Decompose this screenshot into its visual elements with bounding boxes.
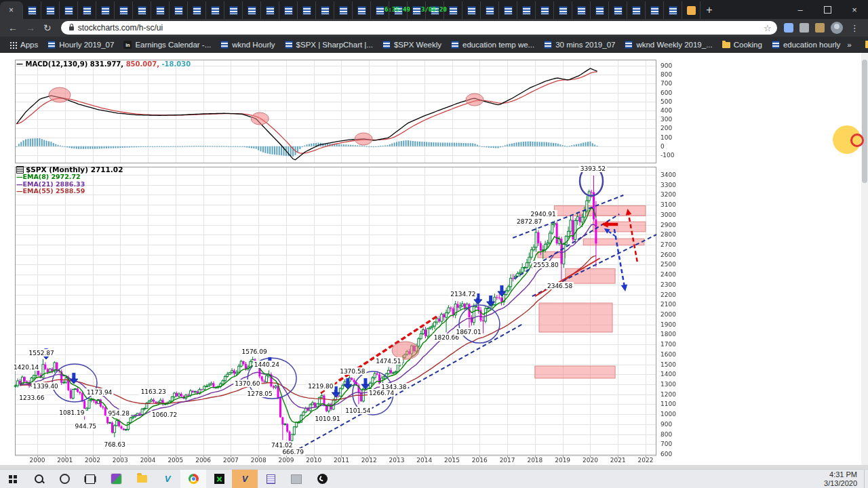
media-player-app[interactable] [103,470,129,488]
extension-icon-2[interactable] [800,23,809,33]
browser-tab[interactable] [60,1,78,19]
browser-tab[interactable] [96,1,115,19]
browser-menu-icon[interactable]: ⋮ [850,23,859,33]
browser-tab[interactable]: 3/08:20 [426,1,444,19]
stockcharts-favicon [577,6,586,15]
active-tab[interactable]: × [0,1,23,19]
new-tab-button[interactable]: + [701,1,718,19]
trading-app-teal[interactable]: V [155,470,180,488]
profile-avatar[interactable] [831,22,843,34]
browser-tab[interactable] [664,1,682,19]
vertical-scrollbar[interactable] [861,53,868,469]
obs-app[interactable] [309,470,335,488]
close-window-button[interactable]: × [841,0,868,19]
yellow-icon-tab[interactable] [682,1,701,19]
metastock-app[interactable] [206,470,232,488]
bookmark-item[interactable]: education hourly [772,41,840,49]
browser-tab[interactable] [591,1,609,19]
taskbar-clock[interactable]: 4:31 PM 3/13/2020 [824,470,864,487]
close-tab-icon[interactable]: × [9,6,14,14]
bookmark-item[interactable]: education temp we... [451,41,534,49]
browser-tab[interactable] [316,1,334,19]
browser-tab[interactable] [279,1,298,19]
notes-app[interactable] [258,470,283,488]
browser-tab[interactable] [517,1,536,19]
browser-tab[interactable] [41,1,60,19]
search-button[interactable] [26,470,52,488]
file-explorer[interactable] [129,470,155,488]
browser-tab[interactable] [481,1,499,19]
bookmarks-bar: Apps Hourly 2019_07inEarnings Calendar -… [0,37,868,53]
calculator-app[interactable] [283,470,309,488]
file-explorer-icon [137,475,147,483]
browser-tab[interactable] [536,1,554,19]
apps-grid-icon [9,41,17,49]
browser-tab[interactable]: 6:35:49 [389,1,408,19]
bookmark-label: education hourly [783,41,840,49]
browser-tab[interactable] [499,1,517,19]
task-view-button[interactable] [77,470,103,488]
browser-tab[interactable] [444,1,462,19]
forward-button[interactable]: → [26,22,35,33]
stockcharts-favicon [382,41,391,49]
browser-tab[interactable] [170,1,188,19]
show-desktop-button[interactable] [864,470,868,488]
scrollbar-thumb[interactable] [862,60,867,183]
address-bar[interactable]: stockcharts.com/h-sc/ui ☆ [61,21,777,35]
macd-hist-value: -18.030 [161,60,191,68]
extension-icon-1[interactable] [784,23,793,33]
browser-tab[interactable] [206,1,224,19]
apps-shortcut[interactable]: Apps [9,41,38,49]
stockcharts-favicon [559,6,568,15]
reload-button[interactable]: ↻ [43,22,52,33]
back-button[interactable]: ← [8,22,18,33]
maximize-button[interactable] [814,0,841,19]
stockcharts-favicon [540,6,549,15]
browser-tab[interactable] [646,1,664,19]
trading-app-orange[interactable]: V [232,470,258,488]
browser-tab[interactable] [627,1,646,19]
navigation-bar: ← → ↻ stockcharts.com/h-sc/ui ☆ ⋮ [0,19,868,37]
browser-tab[interactable] [188,1,206,19]
browser-tab[interactable] [224,1,243,19]
extension-icon-3[interactable] [815,23,825,33]
url-text[interactable]: stockcharts.com/h-sc/ui [78,23,163,33]
minimize-button[interactable]: – [787,0,814,19]
stockcharts-favicon [522,6,531,15]
bookmark-item[interactable]: Hourly 2019_07 [47,41,114,49]
browser-tab[interactable] [243,1,261,19]
bookmark-item[interactable]: inEarnings Calendar -... [123,41,211,49]
spx-monthly-chart-canvas[interactable] [0,53,868,469]
other-bookmarks-button[interactable]: Other bookmarks [865,41,868,49]
browser-tab[interactable] [298,1,316,19]
lock-icon[interactable] [69,26,74,30]
browser-tab[interactable] [133,1,151,19]
chrome-browser[interactable] [180,470,206,488]
browser-tab[interactable] [23,1,41,19]
browser-tab[interactable] [572,1,591,19]
bookmark-item[interactable]: Cooking [722,41,762,49]
browser-tab[interactable] [554,1,572,19]
bookmark-item[interactable]: wknd Hourly [220,41,275,49]
sharpchart-icon[interactable] [16,166,24,174]
stockcharts-favicon [248,6,256,15]
browser-tab[interactable] [151,1,170,19]
bookmark-item[interactable]: $SPX Weekly [382,41,441,49]
browser-tab[interactable] [609,1,627,19]
browser-tab[interactable] [334,1,353,19]
clock-date: 3/13/2020 [824,479,857,488]
browser-tab[interactable] [78,1,96,19]
bookmark-star-icon[interactable]: ☆ [764,23,772,33]
bookmarks-overflow-chevron[interactable]: » [840,41,858,49]
browser-tab[interactable] [353,1,371,19]
browser-tab[interactable] [462,1,481,19]
cortana-button[interactable] [52,470,77,488]
bookmark-item[interactable]: 30 mins 2019_07 [544,41,615,49]
browser-tab[interactable] [261,1,279,19]
bookmark-items: Hourly 2019_07inEarnings Calendar -...wk… [38,41,840,49]
browser-tab[interactable] [115,1,133,19]
bookmark-item[interactable]: wknd Weekly 2019_... [625,41,712,49]
bookmark-item[interactable]: $SPX | SharpChart |... [285,41,373,49]
stockcharts-favicon [284,6,293,15]
start-button[interactable] [0,470,26,488]
